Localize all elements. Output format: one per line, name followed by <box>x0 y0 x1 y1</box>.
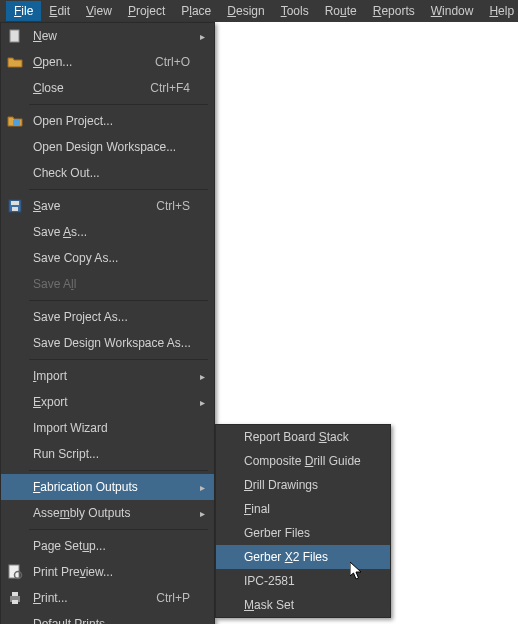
menu-file[interactable]: File <box>6 1 41 21</box>
submenu-item-report-board-stack[interactable]: Report Board Stack <box>216 425 390 449</box>
menu-item-export[interactable]: Export▸ <box>1 389 214 415</box>
menu-item-save-copy-as[interactable]: Save Copy As... <box>1 245 214 271</box>
file-dropdown: New▸Open...Ctrl+OCloseCtrl+F4Open Projec… <box>0 22 215 624</box>
svg-rect-1 <box>13 120 20 125</box>
submenu-item-label: IPC-2581 <box>244 574 295 588</box>
menu-item-import-wizard[interactable]: Import Wizard <box>1 415 214 441</box>
svg-rect-0 <box>10 30 19 42</box>
submenu-item-mask-set[interactable]: Mask Set <box>216 593 390 617</box>
submenu-arrow-icon: ▸ <box>200 397 214 408</box>
preview-icon <box>1 564 29 580</box>
menu-separator <box>29 359 208 360</box>
menu-item-label: Close <box>29 81 150 95</box>
submenu-arrow-icon: ▸ <box>200 508 214 519</box>
save-icon <box>1 198 29 214</box>
menu-item-label: Print Preview... <box>29 565 200 579</box>
menu-route[interactable]: Route <box>317 1 365 21</box>
menu-item-label: Save As... <box>29 225 200 239</box>
submenu-item-label: Drill Drawings <box>244 478 318 492</box>
menu-separator <box>29 529 208 530</box>
menu-item-label: Run Script... <box>29 447 200 461</box>
svg-rect-4 <box>12 207 18 211</box>
menu-item-save[interactable]: SaveCtrl+S <box>1 193 214 219</box>
menu-item-label: Save Design Workspace As... <box>29 336 200 350</box>
svg-rect-8 <box>12 592 18 596</box>
menu-item-label: Open Project... <box>29 114 200 128</box>
menu-project[interactable]: Project <box>120 1 173 21</box>
submenu-arrow-icon: ▸ <box>200 371 214 382</box>
submenu-item-composite-drill-guide[interactable]: Composite Drill Guide <box>216 449 390 473</box>
menu-shortcut: Ctrl+F4 <box>150 81 200 95</box>
menu-item-close[interactable]: CloseCtrl+F4 <box>1 75 214 101</box>
svg-rect-3 <box>11 201 19 205</box>
submenu-item-ipc-2581[interactable]: IPC-2581 <box>216 569 390 593</box>
menu-item-open-design-workspace[interactable]: Open Design Workspace... <box>1 134 214 160</box>
menu-design[interactable]: Design <box>219 1 272 21</box>
menu-item-label: Save Project As... <box>29 310 200 324</box>
menu-item-check-out[interactable]: Check Out... <box>1 160 214 186</box>
menu-item-label: New <box>29 29 200 43</box>
new-icon <box>1 28 29 44</box>
menu-item-label: Assembly Outputs <box>29 506 200 520</box>
menu-item-label: Page Setup... <box>29 539 200 553</box>
menu-reports[interactable]: Reports <box>365 1 423 21</box>
menu-item-save-as[interactable]: Save As... <box>1 219 214 245</box>
menubar: File Edit View Project Place Design Tool… <box>0 0 518 22</box>
menu-item-import[interactable]: Import▸ <box>1 363 214 389</box>
menu-item-label: Save Copy As... <box>29 251 200 265</box>
submenu-item-gerber-x2-files[interactable]: Gerber X2 Files <box>216 545 390 569</box>
svg-rect-9 <box>12 600 18 604</box>
menu-separator <box>29 189 208 190</box>
menu-item-run-script[interactable]: Run Script... <box>1 441 214 467</box>
menu-item-new[interactable]: New▸ <box>1 23 214 49</box>
menu-item-print-preview[interactable]: Print Preview... <box>1 559 214 585</box>
menu-window[interactable]: Window <box>423 1 482 21</box>
submenu-arrow-icon: ▸ <box>200 482 214 493</box>
menu-shortcut: Ctrl+P <box>156 591 200 605</box>
open-icon <box>1 54 29 70</box>
menu-item-label: Open Design Workspace... <box>29 140 200 154</box>
submenu-item-label: Composite Drill Guide <box>244 454 361 468</box>
menu-view[interactable]: View <box>78 1 120 21</box>
menu-item-label: Import <box>29 369 200 383</box>
menu-item-label: Export <box>29 395 200 409</box>
submenu-item-label: Gerber X2 Files <box>244 550 328 564</box>
submenu-item-label: Report Board Stack <box>244 430 349 444</box>
menu-item-open[interactable]: Open...Ctrl+O <box>1 49 214 75</box>
menu-separator <box>29 300 208 301</box>
menu-place[interactable]: Place <box>173 1 219 21</box>
menu-item-label: Fabrication Outputs <box>29 480 200 494</box>
menu-item-label: Import Wizard <box>29 421 200 435</box>
submenu-item-final[interactable]: Final <box>216 497 390 521</box>
menu-separator <box>29 104 208 105</box>
fabrication-outputs-submenu: Report Board StackComposite Drill GuideD… <box>215 424 391 618</box>
menu-shortcut: Ctrl+O <box>155 55 200 69</box>
menu-item-assembly-outputs[interactable]: Assembly Outputs▸ <box>1 500 214 526</box>
submenu-item-label: Mask Set <box>244 598 294 612</box>
menu-item-label: Save All <box>29 277 200 291</box>
open-project-icon <box>1 113 29 129</box>
menu-edit[interactable]: Edit <box>41 1 78 21</box>
submenu-item-label: Gerber Files <box>244 526 310 540</box>
menu-item-label: Open... <box>29 55 155 69</box>
menu-item-label: Save <box>29 199 156 213</box>
menu-item-save-design-workspace-as[interactable]: Save Design Workspace As... <box>1 330 214 356</box>
menu-item-page-setup[interactable]: Page Setup... <box>1 533 214 559</box>
menu-help[interactable]: Help <box>481 1 518 21</box>
menu-item-open-project[interactable]: Open Project... <box>1 108 214 134</box>
menu-tools[interactable]: Tools <box>273 1 317 21</box>
menu-item-save-project-as[interactable]: Save Project As... <box>1 304 214 330</box>
menu-item-print[interactable]: Print...Ctrl+P <box>1 585 214 611</box>
menu-item-fabrication-outputs[interactable]: Fabrication Outputs▸ <box>1 474 214 500</box>
menu-item-save-all: Save All <box>1 271 214 297</box>
submenu-item-gerber-files[interactable]: Gerber Files <box>216 521 390 545</box>
menu-item-label: Print... <box>29 591 156 605</box>
submenu-arrow-icon: ▸ <box>200 31 214 42</box>
submenu-item-drill-drawings[interactable]: Drill Drawings <box>216 473 390 497</box>
submenu-item-label: Final <box>244 502 270 516</box>
menu-item-default-prints[interactable]: Default Prints... <box>1 611 214 624</box>
menu-item-label: Check Out... <box>29 166 200 180</box>
menu-separator <box>29 470 208 471</box>
menu-shortcut: Ctrl+S <box>156 199 200 213</box>
print-icon <box>1 590 29 606</box>
